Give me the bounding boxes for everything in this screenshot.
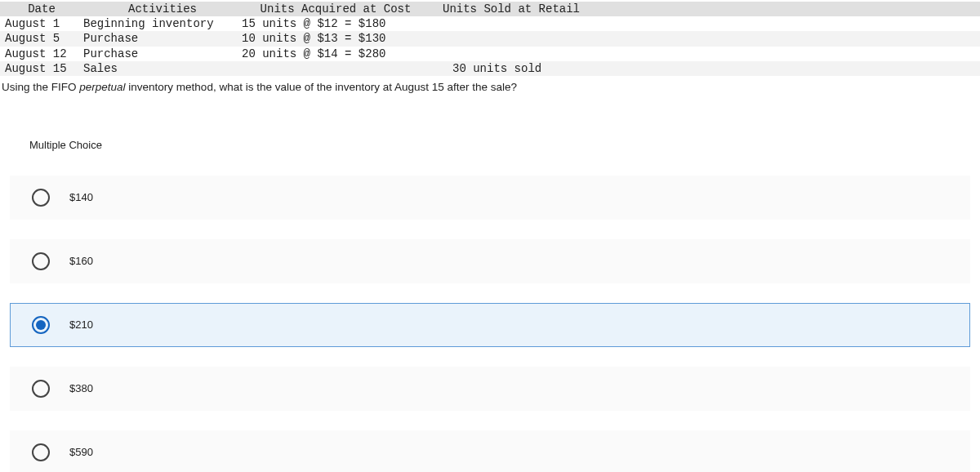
- cell-cost: 10 units @ $13 = $130: [242, 31, 430, 46]
- cell-sold: [430, 16, 593, 31]
- choice-option[interactable]: $380: [10, 367, 970, 411]
- table-row: August 5 Purchase 10 units @ $13 = $130: [0, 31, 980, 46]
- radio-icon: [32, 443, 50, 461]
- header-date: Date: [0, 2, 83, 16]
- choice-option[interactable]: $210: [10, 303, 970, 347]
- table-row: August 15 Sales 30 units sold: [0, 61, 980, 76]
- cell-activities: Sales: [83, 61, 242, 76]
- cell-date: August 15: [0, 61, 83, 76]
- table-row: August 1 Beginning inventory 15 units @ …: [0, 16, 980, 31]
- radio-icon: [32, 380, 50, 398]
- cell-sold: 30 units sold: [430, 61, 593, 76]
- header-cost: Units Acquired at Cost: [242, 2, 430, 16]
- table-header-row: Date Activities Units Acquired at Cost U…: [0, 2, 980, 16]
- choice-label: $160: [69, 255, 93, 267]
- question-post: inventory method, what is the value of t…: [126, 81, 518, 93]
- choice-label: $590: [69, 446, 93, 458]
- header-sold: Units Sold at Retail: [430, 2, 593, 16]
- radio-icon: [32, 189, 50, 207]
- cell-cost: 15 units @ $12 = $180: [242, 16, 430, 31]
- multiple-choice-label: Multiple Choice: [29, 139, 980, 151]
- choice-option[interactable]: $590: [10, 430, 970, 472]
- cell-date: August 12: [0, 47, 83, 61]
- radio-icon: [32, 316, 50, 334]
- choice-label: $210: [69, 318, 93, 331]
- question-pre: Using the FIFO: [2, 81, 79, 93]
- choice-option[interactable]: $140: [10, 176, 970, 220]
- choices-group: $140 $160 $210 $380 $590: [10, 176, 970, 472]
- inventory-table: Date Activities Units Acquired at Cost U…: [0, 2, 980, 76]
- table-row: August 12 Purchase 20 units @ $14 = $280: [0, 47, 980, 61]
- cell-sold: [430, 31, 593, 46]
- cell-sold: [430, 47, 593, 61]
- choice-label: $140: [69, 191, 93, 203]
- cell-cost: [242, 61, 430, 76]
- cell-date: August 1: [0, 16, 83, 31]
- question-italic: perpetual: [79, 81, 125, 93]
- choice-label: $380: [69, 382, 93, 394]
- header-activities: Activities: [83, 2, 242, 16]
- radio-icon: [32, 252, 50, 270]
- question-text: Using the FIFO perpetual inventory metho…: [0, 81, 980, 93]
- choice-option[interactable]: $160: [10, 239, 970, 283]
- cell-date: August 5: [0, 31, 83, 46]
- cell-activities: Purchase: [83, 47, 242, 61]
- cell-activities: Purchase: [83, 31, 242, 46]
- cell-cost: 20 units @ $14 = $280: [242, 47, 430, 61]
- cell-activities: Beginning inventory: [83, 16, 242, 31]
